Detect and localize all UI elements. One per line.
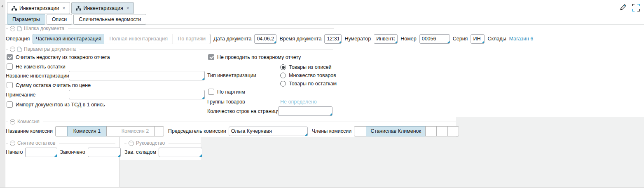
tab-label: Инвентаризация (84, 5, 123, 11)
document-icon (17, 26, 22, 31)
pencil-icon[interactable] (619, 3, 627, 12)
member-slot-input[interactable] (354, 126, 366, 136)
goods-groups-label: Группы товаров (207, 99, 280, 105)
finished-label: Закончено (60, 149, 85, 155)
inventory-type-radio-group: Товары из описей Множество товаров Товар… (280, 63, 337, 88)
inventory-name-input[interactable] (69, 71, 205, 80)
checkbox-icon (7, 82, 13, 88)
tab-label: Инвентаризации (19, 5, 59, 11)
inventory-name-label: Название инвентаризации (6, 73, 69, 79)
member-slot-input[interactable] (436, 126, 448, 136)
section-header-document-head: Шапка документа (6, 26, 334, 31)
operation-switch: Частичная инвентаризация Полная инвентар… (33, 34, 211, 44)
collapse-icon[interactable] (10, 141, 15, 146)
collapse-icon[interactable] (10, 26, 15, 31)
inventory-type-row: Тип инвентаризации Товары из описей Множ… (207, 63, 337, 88)
warehouse-manager-label: Зав. складом (124, 149, 156, 155)
rows-per-page-input[interactable] (278, 106, 333, 116)
commission-slot-input[interactable] (106, 126, 116, 136)
section-title: Руководство (136, 140, 165, 146)
commission-slot-input[interactable] (154, 126, 164, 136)
tab-inventory-lists[interactable]: Описи (47, 14, 73, 25)
collapse-icon[interactable] (129, 141, 134, 146)
management-row: Зав. складом (124, 147, 202, 157)
inventory-type-label: Тип инвентаризации (207, 73, 280, 78)
commission-selector: Комиссия 1 Комиссия 2 (55, 126, 164, 136)
collapse-icon[interactable] (10, 47, 15, 52)
series-label: Серия (453, 36, 468, 42)
commission-1-button[interactable]: Комиссия 1 (67, 126, 107, 136)
collapse-icon[interactable] (10, 119, 15, 125)
chairman-input[interactable] (229, 127, 308, 136)
member-1-cell[interactable]: Станислав Клименок (366, 126, 426, 136)
series-input[interactable] (471, 34, 485, 44)
warehouses-link[interactable]: Магазин 6 (509, 36, 534, 42)
operation-label: Операция (6, 36, 30, 42)
rows-per-page-row: Количество строк на страницу (207, 106, 333, 116)
members-label: Члены комиссии (312, 128, 352, 134)
chairman-label: Председатель комиссии (168, 128, 226, 134)
document-icon (17, 47, 22, 52)
rows-per-page-label: Количество строк на страницу (207, 108, 278, 114)
org-chart-icon (12, 6, 17, 11)
radio-icon (280, 64, 286, 70)
radio-many-goods[interactable]: Множество товаров (280, 71, 337, 80)
close-icon[interactable]: × (126, 5, 129, 11)
document-date-input[interactable] (254, 34, 276, 44)
checkbox-count-shortage[interactable]: Считать недостачу из товарного отчета (7, 54, 110, 60)
commission-name-label: Название комиссии (6, 128, 53, 134)
checkbox-no-change-stock[interactable]: Не изменять остатки (7, 63, 66, 70)
background-area (456, 117, 644, 188)
finished-input[interactable] (88, 148, 121, 157)
expand-icon[interactable] (632, 4, 640, 12)
tab-inventories[interactable]: Инвентаризации × (7, 2, 70, 14)
checkbox-icon (208, 54, 214, 60)
member-slot-input[interactable] (447, 126, 459, 136)
warehouse-manager-input[interactable] (159, 148, 202, 157)
number-label: Номер (400, 36, 416, 42)
radio-goods-by-stock[interactable]: Товары по остаткам (280, 80, 337, 88)
operation-full-button[interactable]: Полная инвентаризация (104, 34, 173, 44)
commission-2-button[interactable]: Комиссия 2 (116, 126, 155, 136)
section-title: Шапка документа (24, 26, 64, 31)
tab-scroll-left-icon[interactable] (1, 5, 3, 8)
goods-groups-link[interactable]: Не определено (280, 99, 317, 105)
section-title: Снятие остатков (17, 140, 55, 146)
started-input[interactable] (25, 148, 57, 157)
checkbox-import-tsd[interactable]: Импорт документов из ТСД в 1 опись (7, 101, 105, 108)
tab-scroll-strip (0, 0, 5, 188)
note-input[interactable] (69, 90, 205, 99)
commission-slot-input[interactable] (55, 126, 68, 136)
document-tabbar: Инвентаризации × Инвентаризация × (7, 2, 135, 14)
section-header-commission: Комиссия (6, 119, 456, 125)
numerator-input[interactable] (374, 34, 398, 44)
checkbox-icon (7, 101, 13, 108)
member-slot-input[interactable] (425, 126, 437, 136)
commission-row: Название комиссии Комиссия 1 Комиссия 2 … (6, 126, 459, 136)
radio-icon (280, 81, 286, 87)
radio-icon (280, 73, 286, 78)
checkbox-no-goods-report[interactable]: Не проводить по товарному отчету (208, 54, 301, 60)
document-time-input[interactable] (324, 34, 342, 44)
radio-goods-from-lists[interactable]: Товары из описей (280, 63, 337, 71)
started-label: Начато (6, 149, 23, 155)
checkbox-sum-by-price[interactable]: Сумму остатка считать по цене (7, 82, 91, 88)
checkbox-icon (7, 54, 13, 60)
note-label: Примечание (6, 92, 69, 98)
close-icon[interactable]: × (63, 5, 66, 11)
operation-partial-button[interactable]: Частичная инвентаризация (33, 34, 104, 44)
window-actions (619, 3, 640, 12)
section-title: Параметры документа (24, 46, 76, 52)
section-header-management: Руководство (124, 140, 201, 146)
checkbox-by-batches[interactable]: По партиям (208, 89, 245, 95)
number-input[interactable] (419, 34, 450, 44)
checkbox-icon (7, 63, 13, 70)
tab-inventory-document[interactable]: Инвентаризация × (71, 2, 134, 14)
tab-parameters[interactable]: Параметры (7, 14, 45, 25)
goods-groups-row: Группы товаров Не определено (207, 98, 317, 106)
org-chart-icon (76, 6, 81, 11)
tab-comparison-sheets[interactable]: Сличительные ведомости (73, 14, 146, 25)
section-divider (119, 137, 120, 188)
warehouses-label: Склады (487, 36, 506, 42)
operation-by-batches-button[interactable]: По партиям (173, 34, 211, 44)
